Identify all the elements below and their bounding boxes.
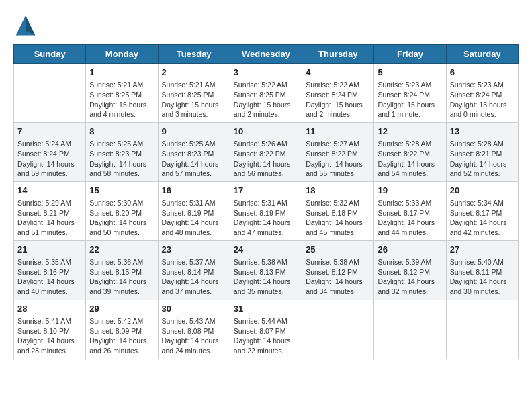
date-number: 14 [17, 185, 82, 197]
calendar-cell: 3Sunrise: 5:22 AMSunset: 8:25 PMDaylight… [230, 64, 302, 123]
day-header-sunday: Sunday [14, 45, 86, 64]
logo [13, 13, 40, 38]
sun-info: Sunrise: 5:37 AMSunset: 8:14 PMDaylight:… [162, 257, 226, 297]
calendar-cell: 16Sunrise: 5:31 AMSunset: 8:19 PMDayligh… [158, 181, 230, 240]
calendar-cell [374, 300, 446, 359]
calendar-cell: 13Sunrise: 5:28 AMSunset: 8:21 PMDayligh… [446, 122, 518, 181]
day-header-saturday: Saturday [446, 45, 518, 64]
calendar-cell: 24Sunrise: 5:38 AMSunset: 8:13 PMDayligh… [230, 240, 302, 300]
date-number: 18 [306, 185, 370, 197]
calendar-cell: 28Sunrise: 5:41 AMSunset: 8:10 PMDayligh… [14, 300, 86, 359]
sun-info: Sunrise: 5:38 AMSunset: 8:13 PMDaylight:… [234, 257, 298, 297]
calendar-cell: 29Sunrise: 5:42 AMSunset: 8:09 PMDayligh… [86, 300, 158, 359]
sun-info: Sunrise: 5:28 AMSunset: 8:22 PMDaylight:… [378, 139, 442, 179]
sun-info: Sunrise: 5:40 AMSunset: 8:11 PMDaylight:… [450, 257, 515, 297]
date-number: 21 [17, 244, 82, 256]
calendar-cell: 26Sunrise: 5:39 AMSunset: 8:12 PMDayligh… [374, 240, 446, 300]
sun-info: Sunrise: 5:31 AMSunset: 8:19 PMDaylight:… [162, 198, 226, 238]
calendar-cell: 10Sunrise: 5:26 AMSunset: 8:22 PMDayligh… [230, 122, 302, 181]
calendar-cell: 22Sunrise: 5:36 AMSunset: 8:15 PMDayligh… [86, 240, 158, 300]
calendar-cell: 8Sunrise: 5:25 AMSunset: 8:23 PMDaylight… [86, 122, 158, 181]
date-number: 23 [162, 244, 226, 256]
calendar-cell: 9Sunrise: 5:25 AMSunset: 8:23 PMDaylight… [158, 122, 230, 181]
calendar-cell [14, 64, 86, 123]
sun-info: Sunrise: 5:29 AMSunset: 8:21 PMDaylight:… [17, 198, 82, 238]
sun-info: Sunrise: 5:44 AMSunset: 8:07 PMDaylight:… [234, 316, 298, 356]
calendar-cell: 6Sunrise: 5:23 AMSunset: 8:24 PMDaylight… [446, 64, 518, 123]
calendar-cell: 20Sunrise: 5:34 AMSunset: 8:17 PMDayligh… [446, 181, 518, 240]
day-header-wednesday: Wednesday [230, 45, 302, 64]
date-number: 17 [234, 185, 298, 197]
sun-info: Sunrise: 5:30 AMSunset: 8:20 PMDaylight:… [89, 198, 154, 238]
calendar-week-2: 7Sunrise: 5:24 AMSunset: 8:24 PMDaylight… [14, 122, 519, 181]
date-number: 4 [306, 66, 370, 79]
calendar-table: SundayMondayTuesdayWednesdayThursdayFrid… [13, 44, 519, 359]
calendar-cell: 12Sunrise: 5:28 AMSunset: 8:22 PMDayligh… [374, 122, 446, 181]
date-number: 7 [17, 126, 82, 138]
calendar-cell: 5Sunrise: 5:23 AMSunset: 8:24 PMDaylight… [374, 64, 446, 123]
sun-info: Sunrise: 5:24 AMSunset: 8:24 PMDaylight:… [17, 139, 82, 179]
sun-info: Sunrise: 5:21 AMSunset: 8:25 PMDaylight:… [162, 80, 226, 120]
calendar-week-4: 21Sunrise: 5:35 AMSunset: 8:16 PMDayligh… [14, 240, 519, 300]
date-number: 26 [378, 244, 442, 256]
calendar-cell: 25Sunrise: 5:38 AMSunset: 8:12 PMDayligh… [302, 240, 374, 300]
calendar-cell: 7Sunrise: 5:24 AMSunset: 8:24 PMDaylight… [14, 122, 86, 181]
date-number: 16 [162, 185, 226, 197]
sun-info: Sunrise: 5:23 AMSunset: 8:24 PMDaylight:… [450, 80, 515, 120]
sun-info: Sunrise: 5:32 AMSunset: 8:18 PMDaylight:… [306, 198, 370, 238]
date-number: 28 [17, 303, 82, 315]
sun-info: Sunrise: 5:42 AMSunset: 8:09 PMDaylight:… [89, 316, 154, 356]
calendar-cell: 15Sunrise: 5:30 AMSunset: 8:20 PMDayligh… [86, 181, 158, 240]
sun-info: Sunrise: 5:31 AMSunset: 8:19 PMDaylight:… [234, 198, 298, 238]
sun-info: Sunrise: 5:38 AMSunset: 8:12 PMDaylight:… [306, 257, 370, 297]
sun-info: Sunrise: 5:41 AMSunset: 8:10 PMDaylight:… [17, 316, 82, 356]
sun-info: Sunrise: 5:21 AMSunset: 8:25 PMDaylight:… [89, 80, 154, 120]
date-number: 20 [450, 185, 515, 197]
calendar-cell: 2Sunrise: 5:21 AMSunset: 8:25 PMDaylight… [158, 64, 230, 123]
sun-info: Sunrise: 5:25 AMSunset: 8:23 PMDaylight:… [162, 139, 226, 179]
date-number: 5 [378, 66, 442, 79]
calendar-week-5: 28Sunrise: 5:41 AMSunset: 8:10 PMDayligh… [14, 300, 519, 359]
calendar-header: SundayMondayTuesdayWednesdayThursdayFrid… [14, 45, 519, 64]
calendar-cell: 11Sunrise: 5:27 AMSunset: 8:22 PMDayligh… [302, 122, 374, 181]
sun-info: Sunrise: 5:36 AMSunset: 8:15 PMDaylight:… [89, 257, 154, 297]
calendar-cell: 17Sunrise: 5:31 AMSunset: 8:19 PMDayligh… [230, 181, 302, 240]
date-number: 29 [89, 303, 154, 315]
calendar-cell: 4Sunrise: 5:22 AMSunset: 8:24 PMDaylight… [302, 64, 374, 123]
date-number: 6 [450, 66, 515, 79]
sun-info: Sunrise: 5:22 AMSunset: 8:24 PMDaylight:… [306, 80, 370, 120]
day-header-friday: Friday [374, 45, 446, 64]
calendar-cell: 1Sunrise: 5:21 AMSunset: 8:25 PMDaylight… [86, 64, 158, 123]
sun-info: Sunrise: 5:27 AMSunset: 8:22 PMDaylight:… [306, 139, 370, 179]
date-number: 10 [234, 126, 298, 138]
logo-icon [13, 13, 38, 38]
sun-info: Sunrise: 5:39 AMSunset: 8:12 PMDaylight:… [378, 257, 442, 297]
calendar-cell: 23Sunrise: 5:37 AMSunset: 8:14 PMDayligh… [158, 240, 230, 300]
page-header [13, 13, 519, 38]
sun-info: Sunrise: 5:33 AMSunset: 8:17 PMDaylight:… [378, 198, 442, 238]
sun-info: Sunrise: 5:23 AMSunset: 8:24 PMDaylight:… [378, 80, 442, 120]
date-number: 12 [378, 126, 442, 138]
date-number: 11 [306, 126, 370, 138]
date-number: 15 [89, 185, 154, 197]
sun-info: Sunrise: 5:34 AMSunset: 8:17 PMDaylight:… [450, 198, 515, 238]
sun-info: Sunrise: 5:26 AMSunset: 8:22 PMDaylight:… [234, 139, 298, 179]
date-number: 8 [89, 126, 154, 138]
sun-info: Sunrise: 5:25 AMSunset: 8:23 PMDaylight:… [89, 139, 154, 179]
calendar-cell: 19Sunrise: 5:33 AMSunset: 8:17 PMDayligh… [374, 181, 446, 240]
calendar-cell: 14Sunrise: 5:29 AMSunset: 8:21 PMDayligh… [14, 181, 86, 240]
calendar-cell: 27Sunrise: 5:40 AMSunset: 8:11 PMDayligh… [446, 240, 518, 300]
date-number: 13 [450, 126, 515, 138]
date-number: 9 [162, 126, 226, 138]
calendar-week-3: 14Sunrise: 5:29 AMSunset: 8:21 PMDayligh… [14, 181, 519, 240]
calendar-cell: 21Sunrise: 5:35 AMSunset: 8:16 PMDayligh… [14, 240, 86, 300]
calendar-cell: 18Sunrise: 5:32 AMSunset: 8:18 PMDayligh… [302, 181, 374, 240]
sun-info: Sunrise: 5:28 AMSunset: 8:21 PMDaylight:… [450, 139, 515, 179]
date-number: 27 [450, 244, 515, 256]
sun-info: Sunrise: 5:35 AMSunset: 8:16 PMDaylight:… [17, 257, 82, 297]
sun-info: Sunrise: 5:43 AMSunset: 8:08 PMDaylight:… [162, 316, 226, 356]
day-header-tuesday: Tuesday [158, 45, 230, 64]
day-header-monday: Monday [86, 45, 158, 64]
date-number: 25 [306, 244, 370, 256]
calendar-cell: 30Sunrise: 5:43 AMSunset: 8:08 PMDayligh… [158, 300, 230, 359]
